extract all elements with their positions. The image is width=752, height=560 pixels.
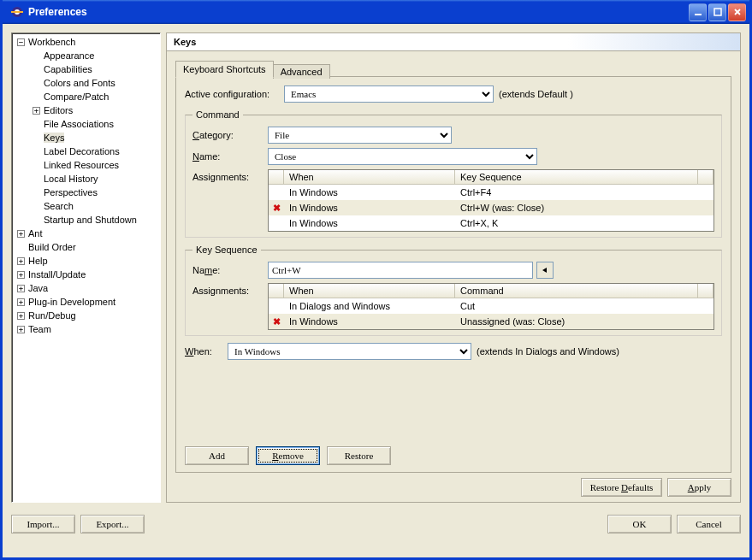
expand-icon[interactable]: + bbox=[33, 107, 40, 115]
when-extends: (extends In Dialogs and Windows) bbox=[477, 346, 619, 357]
keyseq-legend: Key Sequence bbox=[192, 245, 261, 255]
tree-item[interactable]: Local History bbox=[12, 172, 160, 186]
cell-keyseq: Ctrl+X, K bbox=[455, 218, 714, 228]
close-button[interactable] bbox=[728, 3, 746, 21]
col-when[interactable]: When bbox=[284, 170, 455, 184]
tree-item[interactable]: Keys bbox=[12, 131, 160, 144]
keyseq-name-input[interactable] bbox=[268, 262, 533, 279]
tree-item[interactable]: +Help bbox=[12, 254, 160, 268]
cell-command: Unassigned (was: Close) bbox=[455, 316, 714, 327]
tree-item[interactable]: Build Order bbox=[12, 240, 160, 254]
tree-item[interactable]: +Ant bbox=[12, 227, 160, 240]
tree-item-label: Java bbox=[28, 283, 48, 293]
tree-item[interactable]: +Java bbox=[12, 281, 160, 295]
tree-item[interactable]: +Install/Update bbox=[12, 268, 160, 281]
tree-item-label: Install/Update bbox=[28, 269, 86, 280]
keyseq-group: Key Sequence Name: Assignments: bbox=[185, 245, 722, 336]
tree-item[interactable]: Perspectives bbox=[12, 186, 160, 199]
col-icon[interactable] bbox=[269, 284, 284, 298]
command-legend: Command bbox=[192, 109, 243, 120]
active-config-label: Active configuration: bbox=[185, 89, 279, 99]
expand-icon[interactable]: + bbox=[17, 326, 25, 333]
tree-item[interactable]: +Editors bbox=[12, 103, 160, 117]
col-when[interactable]: When bbox=[284, 284, 455, 298]
cell-when: In Windows bbox=[284, 203, 455, 213]
command-name-label: Name: bbox=[192, 151, 261, 162]
command-name-select[interactable]: Close bbox=[268, 148, 537, 165]
tree-item[interactable]: +Run/Debug bbox=[12, 309, 160, 322]
col-keyseq[interactable]: Key Sequence bbox=[455, 170, 698, 184]
maximize-button[interactable] bbox=[708, 3, 726, 21]
cell-when: In Windows bbox=[284, 316, 455, 327]
tree-item[interactable]: Colors and Fonts bbox=[12, 76, 160, 90]
collapse-icon[interactable]: − bbox=[17, 38, 25, 46]
tree-item[interactable]: Compare/Patch bbox=[12, 90, 160, 103]
table-row[interactable]: In WindowsCtrl+F4 bbox=[269, 185, 714, 200]
tab-bar: Keyboard Shortcuts Advanced bbox=[175, 58, 731, 77]
tab-advanced[interactable]: Advanced bbox=[273, 64, 330, 79]
col-icon[interactable] bbox=[269, 170, 284, 184]
active-config-select[interactable]: Emacs bbox=[284, 85, 494, 103]
tree-item[interactable]: Search bbox=[12, 199, 160, 213]
import-button[interactable]: Import... bbox=[11, 515, 75, 533]
table-row[interactable]: ✖In WindowsCtrl+W (was: Close) bbox=[269, 200, 714, 215]
add-button[interactable]: Add bbox=[185, 446, 249, 465]
table-row[interactable]: ✖In WindowsUnassigned (was: Close) bbox=[269, 314, 714, 329]
tree-item-label: Startup and Shutdown bbox=[44, 215, 137, 225]
tree-item[interactable]: +Plug-in Development bbox=[12, 295, 160, 309]
page-title: Keys bbox=[166, 32, 741, 51]
tree-spacer bbox=[33, 52, 40, 60]
minimize-button[interactable] bbox=[689, 3, 707, 21]
apply-button[interactable]: Apply bbox=[667, 478, 731, 497]
tree-item[interactable]: Appearance bbox=[12, 49, 160, 62]
remove-button[interactable]: Remove bbox=[256, 446, 320, 465]
expand-icon[interactable]: + bbox=[17, 257, 25, 265]
keyseq-assignments-table[interactable]: When Command In Dialogs and WindowsCut✖I… bbox=[268, 283, 714, 330]
tree-item[interactable]: Label Decorations bbox=[12, 144, 160, 158]
table-row[interactable]: In Dialogs and WindowsCut bbox=[269, 298, 714, 314]
export-button[interactable]: Export... bbox=[80, 515, 145, 533]
svg-marker-7 bbox=[542, 268, 547, 273]
cell-when: In Dialogs and Windows bbox=[284, 301, 455, 311]
when-label: When: bbox=[185, 346, 222, 357]
table-row[interactable]: In WindowsCtrl+X, K bbox=[269, 215, 714, 231]
tab-keyboard-shortcuts[interactable]: Keyboard Shortcuts bbox=[175, 61, 274, 78]
when-select[interactable]: In Windows bbox=[228, 343, 471, 360]
tree-item-label: Perspectives bbox=[44, 187, 98, 197]
ok-button[interactable]: OK bbox=[607, 515, 672, 533]
tree-item-label: Ant bbox=[28, 228, 43, 239]
command-assignments-label: Assignments: bbox=[192, 169, 261, 182]
tree-item[interactable]: Capabilities bbox=[12, 62, 160, 76]
expand-icon[interactable]: + bbox=[17, 312, 25, 320]
category-select[interactable]: File bbox=[268, 127, 452, 144]
tree-item-label: Workbench bbox=[28, 37, 75, 47]
command-assignments-table[interactable]: When Key Sequence In WindowsCtrl+F4✖In W… bbox=[268, 169, 714, 232]
cell-keyseq: Ctrl+F4 bbox=[455, 187, 714, 197]
expand-icon[interactable]: + bbox=[17, 271, 25, 279]
tree-item-label: Team bbox=[28, 324, 51, 334]
tree-item[interactable]: Linked Resources bbox=[12, 158, 160, 172]
svg-rect-2 bbox=[11, 11, 23, 13]
tree-item-label: Keys bbox=[44, 133, 64, 143]
cancel-button[interactable]: Cancel bbox=[677, 515, 741, 533]
tree-item[interactable]: +Team bbox=[12, 322, 160, 336]
tree-item-label: Label Decorations bbox=[44, 146, 120, 156]
preferences-tree[interactable]: −WorkbenchAppearanceCapabilitiesColors a… bbox=[11, 32, 161, 503]
tree-item[interactable]: File Associations bbox=[12, 117, 160, 131]
tree-spacer bbox=[33, 93, 40, 101]
tree-item[interactable]: −Workbench bbox=[12, 35, 160, 49]
tree-item-label: Local History bbox=[44, 174, 98, 184]
tree-item-label: Run/Debug bbox=[28, 310, 76, 321]
tree-item-label: Compare/Patch bbox=[44, 91, 109, 102]
expand-icon[interactable]: + bbox=[17, 298, 25, 306]
tree-item[interactable]: Startup and Shutdown bbox=[12, 213, 160, 227]
col-command[interactable]: Command bbox=[455, 284, 698, 298]
tree-item-label: Search bbox=[44, 201, 74, 211]
expand-icon[interactable]: + bbox=[17, 285, 25, 292]
tree-spacer bbox=[33, 134, 40, 142]
expand-icon[interactable]: + bbox=[17, 230, 25, 238]
keyseq-assignments-label: Assignments: bbox=[192, 283, 261, 296]
keyseq-arrow-button[interactable] bbox=[536, 262, 554, 279]
restore-defaults-button[interactable]: Restore Defaults bbox=[581, 478, 662, 497]
restore-button[interactable]: Restore bbox=[327, 446, 391, 465]
